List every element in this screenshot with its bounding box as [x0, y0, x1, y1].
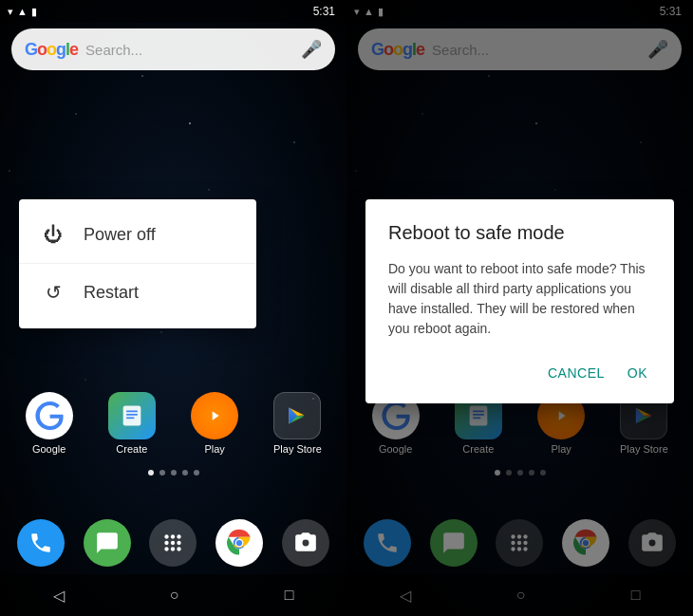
svg-point-11 — [165, 547, 169, 551]
dialog-title: Reboot to safe mode — [388, 222, 651, 244]
phone-dock-icon[interactable] — [17, 519, 65, 567]
wifi-icon: ▾ — [8, 6, 13, 18]
nav-bar-left: ◁ ○ □ — [0, 574, 346, 616]
battery-icon: ▮ — [31, 6, 37, 18]
svg-point-7 — [178, 534, 181, 538]
back-button-left[interactable]: ◁ — [53, 587, 65, 605]
play-label-left: Play — [181, 443, 248, 455]
svg-rect-0 — [123, 406, 141, 426]
ok-button[interactable]: OK — [624, 358, 651, 388]
right-screen: ▾ ▲ ▮ 5:31 Google Search... 🎤 Google Cre… — [346, 0, 693, 616]
restart-label: Restart — [84, 283, 139, 303]
google-app-left[interactable]: Google — [16, 392, 83, 455]
page-dots-left — [0, 470, 346, 476]
app-icons-row-left: Google Create Play Play Store — [0, 392, 346, 455]
search-placeholder-left: Search... — [85, 42, 301, 58]
chrome-dock-icon[interactable] — [215, 519, 263, 567]
svg-point-6 — [171, 534, 175, 538]
svg-point-12 — [171, 547, 175, 551]
google-logo-left: Google — [25, 40, 78, 60]
signal-icon: ▲ — [17, 6, 28, 17]
messages-dock-icon[interactable] — [84, 519, 131, 567]
svg-point-8 — [165, 541, 169, 545]
restart-item[interactable]: ↺ Restart — [19, 264, 256, 321]
svg-point-16 — [236, 540, 242, 546]
apps-dock-icon[interactable] — [149, 519, 197, 567]
dot-4 — [182, 470, 188, 476]
svg-point-9 — [171, 541, 175, 545]
home-button-left[interactable]: ○ — [170, 587, 179, 604]
create-label-left: Create — [99, 443, 165, 455]
status-time-left: 5:31 — [313, 5, 335, 18]
left-screen: ▾ ▲ ▮ 5:31 Google Search... 🎤 Google Cre… — [0, 0, 346, 616]
svg-point-13 — [178, 547, 181, 551]
dot-3 — [171, 470, 177, 476]
play-app-left[interactable]: Play — [181, 392, 248, 455]
dialog-message: Do you want to reboot into safe mode? Th… — [388, 259, 651, 339]
camera-dock-icon[interactable] — [282, 519, 329, 567]
reboot-dialog: Reboot to safe mode Do you want to reboo… — [365, 199, 674, 403]
svg-point-10 — [178, 541, 181, 545]
google-label-left: Google — [16, 443, 83, 455]
recents-button-left[interactable]: □ — [285, 587, 294, 604]
play-store-app-left[interactable]: Play Store — [264, 392, 330, 455]
cancel-button[interactable]: CANCEL — [544, 358, 609, 388]
power-menu: ⏻ Power off ↺ Restart — [19, 199, 256, 328]
dialog-buttons: CANCEL OK — [388, 358, 651, 388]
restart-icon: ↺ — [42, 281, 65, 304]
dot-1 — [148, 470, 154, 476]
power-off-label: Power off — [84, 225, 156, 245]
play-store-label-left: Play Store — [264, 443, 330, 455]
search-bar-left[interactable]: Google Search... 🎤 — [11, 28, 335, 70]
svg-point-5 — [165, 534, 169, 538]
create-app-left[interactable]: Create — [99, 392, 165, 455]
bottom-dock-left — [0, 512, 346, 574]
status-bar-left: ▾ ▲ ▮ 5:31 — [0, 0, 346, 23]
dot-2 — [159, 470, 165, 476]
power-off-icon: ⏻ — [42, 224, 65, 246]
dot-5 — [194, 470, 199, 476]
power-off-item[interactable]: ⏻ Power off — [19, 207, 256, 264]
mic-icon-left[interactable]: 🎤 — [301, 39, 322, 60]
